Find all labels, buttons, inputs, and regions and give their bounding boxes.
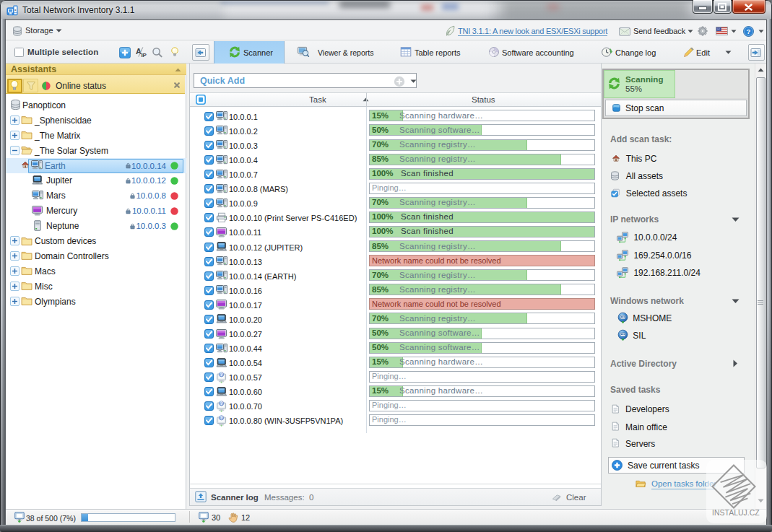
svg-text:?: ?	[220, 415, 223, 420]
svg-text:?: ?	[220, 401, 223, 406]
svg-text:?: ?	[220, 372, 223, 377]
svg-text:?: ?	[747, 27, 751, 35]
svg-text:IP: IP	[141, 52, 147, 58]
